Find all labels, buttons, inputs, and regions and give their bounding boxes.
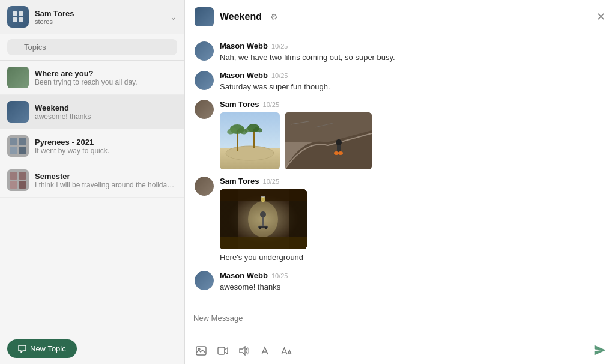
topic-title: Where are you?: [35, 69, 177, 78]
compose-input-area: [185, 306, 615, 339]
message-body: Mason Webb 10/25 Nah, we have two films …: [220, 41, 605, 64]
svg-rect-2: [13, 17, 17, 22]
message-time: 10/25: [271, 272, 288, 279]
topic-avatar-where: [7, 67, 29, 88]
send-button[interactable]: [593, 344, 607, 359]
svg-rect-40: [218, 347, 225, 354]
new-topic-button[interactable]: New Topic: [7, 339, 77, 358]
user-name: Sam Tores: [35, 9, 164, 18]
message-time: 10/25: [263, 101, 280, 108]
avatar: [195, 271, 214, 290]
topic-avatar-semester: [7, 169, 29, 191]
sender-name: Sam Tores: [220, 177, 259, 186]
message-group: Mason Webb 10/25 awesome! thanks: [195, 271, 605, 293]
audio-button[interactable]: [237, 345, 252, 359]
svg-point-21: [338, 151, 343, 155]
message-images: [220, 189, 605, 249]
image-palms[interactable]: [220, 112, 280, 169]
message-group: Mason Webb 10/25 Nah, we have two films …: [195, 41, 605, 64]
message-body: Sam Tores 10/25: [220, 100, 605, 169]
image-button[interactable]: [193, 345, 209, 359]
text-format-button[interactable]: [258, 345, 273, 359]
topic-title: Pyrenees - 2021: [35, 138, 177, 147]
message-body: Sam Tores 10/25: [220, 177, 605, 264]
avatar: [195, 71, 214, 90]
chat-header-avatar: [195, 7, 214, 26]
message-images: [220, 112, 605, 169]
avatar: [195, 177, 214, 196]
topic-content: Pyrenees - 2021 It went by way to quick.: [35, 138, 177, 155]
topic-item-semester[interactable]: Semester I think I will be traveling aro…: [0, 163, 184, 198]
sidebar-header: Sam Tores stores ⌄: [0, 0, 184, 34]
user-info: Sam Tores stores: [35, 9, 164, 25]
message-text: Here's you underground: [220, 252, 605, 264]
topic-content: Where are you? Been trying to reach you …: [35, 69, 177, 86]
sidebar-footer: New Topic: [0, 333, 184, 364]
message-time: 10/25: [271, 43, 288, 50]
topic-avatar-pyrenees: [7, 135, 29, 157]
search-input[interactable]: [7, 39, 177, 55]
app-icon: [7, 6, 29, 28]
topic-preview: It went by way to quick.: [35, 147, 177, 155]
new-topic-label: New Topic: [30, 344, 66, 353]
search-container: ⚬: [0, 34, 184, 61]
compose-toolbar: [185, 339, 615, 364]
topic-preview: I think I will be traveling around the h…: [35, 181, 177, 189]
topic-content: Weekend awesome! thanks: [35, 103, 177, 121]
message-text: Nah, we have two films coming out, so su…: [220, 52, 605, 64]
message-body: Mason Webb 10/25 Saturday was super fun …: [220, 71, 605, 93]
topic-item-where-are-you[interactable]: Where are you? Been trying to reach you …: [0, 61, 184, 95]
svg-point-31: [260, 211, 266, 217]
message-text: awesome! thanks: [220, 281, 605, 293]
message-time: 10/25: [271, 72, 288, 79]
sender-name: Mason Webb: [220, 41, 268, 50]
comment-icon: [18, 345, 26, 353]
topic-item-pyrenees[interactable]: Pyrenees - 2021 It went by way to quick.: [0, 129, 184, 163]
message-group: Mason Webb 10/25 Saturday was super fun …: [195, 71, 605, 93]
svg-rect-29: [220, 237, 307, 249]
svg-point-18: [336, 139, 342, 145]
chat-messages: Mason Webb 10/25 Nah, we have two films …: [185, 34, 615, 306]
svg-point-20: [334, 151, 339, 155]
sender-name: Mason Webb: [220, 71, 268, 80]
svg-point-34: [259, 227, 261, 229]
topic-preview: awesome! thanks: [35, 112, 177, 121]
svg-rect-32: [262, 217, 264, 226]
image-tunnel[interactable]: [220, 189, 307, 249]
compose-input[interactable]: [193, 314, 607, 323]
message-time: 10/25: [263, 178, 280, 185]
search-wrapper: ⚬: [7, 39, 177, 55]
topic-title: Weekend: [35, 103, 177, 112]
topic-preview: Been trying to reach you all day.: [35, 78, 177, 86]
svg-point-35: [265, 227, 267, 229]
topic-avatar-weekend: [7, 101, 29, 123]
svg-point-6: [226, 146, 274, 160]
svg-rect-1: [19, 11, 23, 16]
topic-list: Where are you? Been trying to reach you …: [0, 61, 184, 333]
gear-icon[interactable]: ⚙: [270, 12, 278, 22]
chat-compose: [185, 306, 615, 364]
font-size-button[interactable]: [279, 345, 294, 359]
message-text: Saturday was super fun though.: [220, 81, 605, 93]
message-body: Mason Webb 10/25 awesome! thanks: [220, 271, 605, 293]
video-button[interactable]: [215, 345, 231, 358]
user-subtitle: stores: [35, 18, 164, 25]
topic-item-weekend[interactable]: Weekend awesome! thanks: [0, 95, 184, 129]
avatar: [195, 41, 214, 61]
message-group: Sam Tores 10/25: [195, 100, 605, 169]
chat-area: Weekend ⚙ ✕ Mason Webb 10/25 Nah, we hav…: [185, 0, 615, 364]
chat-header: Weekend ⚙ ✕: [185, 0, 615, 34]
chevron-down-icon[interactable]: ⌄: [170, 12, 177, 22]
close-button[interactable]: ✕: [596, 11, 605, 22]
svg-marker-41: [240, 347, 245, 355]
avatar: [195, 100, 214, 119]
sender-name: Mason Webb: [220, 271, 268, 280]
svg-rect-3: [19, 17, 23, 22]
sidebar: Sam Tores stores ⌄ ⚬ Where are you? Been…: [0, 0, 185, 364]
topic-title: Semester: [35, 172, 177, 181]
image-skate[interactable]: [285, 112, 372, 169]
message-group: Sam Tores 10/25: [195, 177, 605, 264]
svg-point-37: [261, 197, 265, 202]
topic-content: Semester I think I will be traveling aro…: [35, 172, 177, 189]
svg-rect-0: [13, 11, 17, 16]
